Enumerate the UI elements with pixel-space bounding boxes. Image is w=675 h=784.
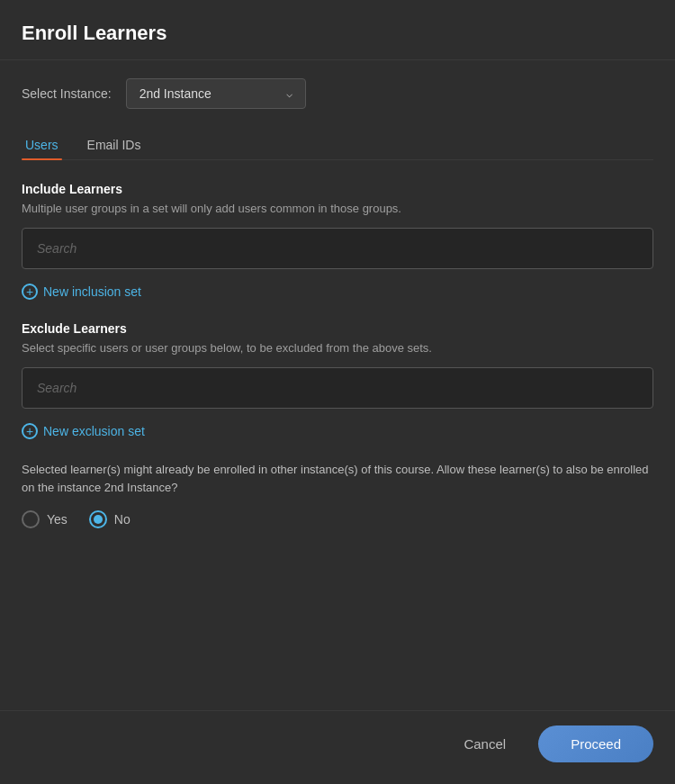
- radio-outer-no: [89, 510, 107, 528]
- radio-label-no: No: [114, 512, 130, 527]
- enroll-learners-modal: Enroll Learners Select Instance: 2nd Ins…: [0, 0, 675, 784]
- include-search-input[interactable]: [22, 228, 653, 269]
- plus-circle-icon: +: [22, 423, 38, 439]
- exclude-section-description: Select specific users or user groups bel…: [22, 341, 653, 355]
- radio-outer-yes: [22, 510, 40, 528]
- include-learners-section: Include Learners Multiple user groups in…: [22, 182, 653, 300]
- new-exclusion-set-label: New exclusion set: [43, 424, 145, 438]
- exclude-learners-section: Exclude Learners Select specific users o…: [22, 321, 653, 439]
- instance-label: Select Instance:: [22, 86, 112, 101]
- exclude-search-input[interactable]: [22, 367, 653, 409]
- radio-option-yes[interactable]: Yes: [22, 510, 68, 528]
- radio-inner-no: [94, 515, 103, 524]
- tab-users[interactable]: Users: [22, 131, 62, 159]
- new-inclusion-set-label: New inclusion set: [43, 284, 141, 299]
- modal-body: Select Instance: 2nd Instance ⌵ Users Em…: [0, 60, 675, 710]
- enrollment-notice: Selected learner(s) might already be enr…: [22, 461, 653, 496]
- radio-option-no[interactable]: No: [89, 510, 130, 528]
- exclude-section-title: Exclude Learners: [22, 321, 653, 336]
- plus-icon: +: [22, 284, 38, 300]
- radio-group: Yes No: [22, 510, 653, 528]
- modal-header: Enroll Learners: [0, 0, 675, 60]
- instance-row: Select Instance: 2nd Instance ⌵: [22, 78, 653, 109]
- instance-selected-value: 2nd Instance: [140, 86, 212, 101]
- tabs-container: Users Email IDs: [22, 131, 653, 160]
- new-exclusion-set-button[interactable]: + New exclusion set: [22, 423, 653, 439]
- tab-email-ids[interactable]: Email IDs: [84, 131, 145, 159]
- modal-title: Enroll Learners: [22, 22, 653, 45]
- new-inclusion-set-button[interactable]: + New inclusion set: [22, 284, 653, 300]
- include-section-title: Include Learners: [22, 182, 653, 196]
- include-section-description: Multiple user groups in a set will only …: [22, 202, 653, 215]
- instance-select-dropdown[interactable]: 2nd Instance ⌵: [126, 78, 306, 109]
- radio-label-yes: Yes: [47, 512, 68, 527]
- chevron-down-icon: ⌵: [286, 87, 292, 100]
- cancel-button[interactable]: Cancel: [446, 727, 524, 761]
- proceed-button[interactable]: Proceed: [538, 725, 653, 762]
- modal-footer: Cancel Proceed: [0, 710, 675, 784]
